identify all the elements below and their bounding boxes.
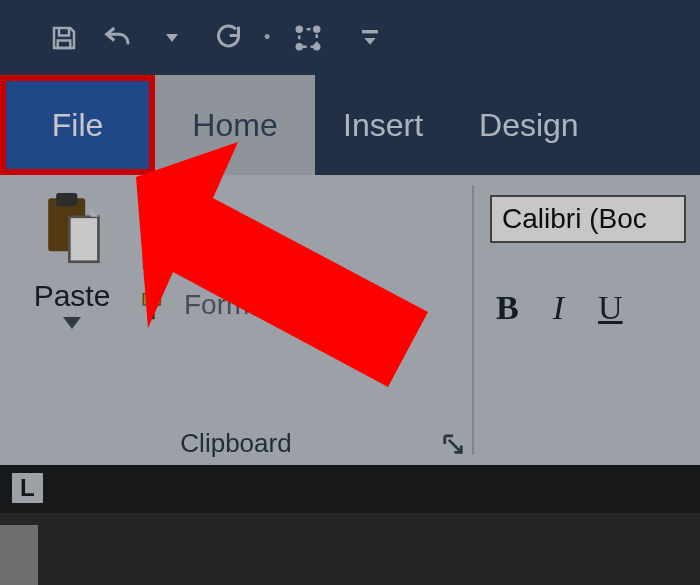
svg-rect-8 — [56, 193, 77, 206]
copy-label: Copy — [184, 245, 249, 277]
copy-icon — [138, 245, 174, 277]
tab-design[interactable]: Design — [451, 75, 607, 175]
tab-stop-marker[interactable]: L — [12, 473, 43, 503]
svg-rect-13 — [151, 256, 167, 275]
bold-button[interactable]: B — [496, 289, 519, 327]
save-icon[interactable] — [48, 22, 80, 54]
italic-button[interactable]: I — [553, 289, 564, 327]
svg-rect-6 — [362, 30, 378, 33]
tab-insert-label: Insert — [343, 107, 423, 144]
format-painter-icon — [138, 289, 174, 321]
underline-button[interactable]: U — [598, 289, 623, 327]
clipboard-dialog-launcher-icon[interactable] — [442, 433, 464, 455]
paste-button[interactable]: Paste — [12, 183, 132, 427]
copy-button[interactable]: Copy — [138, 245, 369, 277]
cut-button[interactable] — [138, 201, 369, 233]
svg-point-2 — [297, 26, 302, 31]
qat-separator-dot: • — [264, 27, 270, 48]
redo-icon[interactable] — [210, 22, 242, 54]
tab-design-label: Design — [479, 107, 579, 144]
page-edge — [0, 525, 38, 585]
quick-access-toolbar: • — [0, 0, 700, 75]
undo-dropdown-icon[interactable] — [156, 22, 188, 54]
svg-rect-0 — [58, 40, 71, 48]
paste-dropdown-icon[interactable] — [63, 315, 81, 333]
svg-point-4 — [297, 44, 302, 49]
font-name-combo[interactable]: Calibri (Boc — [490, 195, 686, 243]
ribbon-tabstrip: File Home Insert Design — [0, 75, 700, 175]
svg-rect-15 — [148, 305, 155, 319]
ribbon: Paste Copy — [0, 175, 700, 465]
font-style-buttons: B I U — [490, 289, 686, 327]
tab-file-label: File — [52, 107, 104, 144]
undo-icon[interactable] — [102, 22, 134, 54]
clipboard-small-buttons: Copy Format Painter — [138, 183, 369, 427]
group-clipboard-title: Clipboard — [0, 428, 472, 459]
format-painter-label: Format Painter — [184, 289, 369, 321]
selection-box-icon[interactable] — [292, 22, 324, 54]
cut-icon — [138, 201, 174, 233]
svg-point-3 — [315, 26, 320, 31]
paste-label: Paste — [34, 279, 111, 313]
tab-insert[interactable]: Insert — [315, 75, 451, 175]
group-clipboard: Paste Copy — [0, 175, 472, 465]
font-name-value: Calibri (Boc — [502, 203, 647, 234]
tab-file[interactable]: File — [0, 75, 155, 175]
tab-home[interactable]: Home — [155, 75, 315, 175]
svg-rect-9 — [69, 217, 98, 262]
tab-home-label: Home — [192, 107, 277, 144]
horizontal-ruler: L — [0, 465, 700, 513]
document-area[interactable] — [0, 513, 700, 585]
svg-rect-14 — [143, 294, 160, 305]
group-font: Calibri (Boc B I U — [474, 175, 698, 465]
paste-icon — [40, 193, 104, 271]
format-painter-button[interactable]: Format Painter — [138, 289, 369, 321]
svg-point-5 — [315, 44, 320, 49]
qat-customize-icon[interactable] — [354, 22, 386, 54]
